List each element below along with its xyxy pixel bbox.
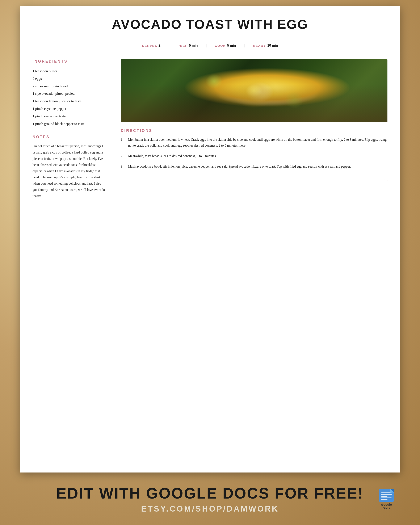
bottom-banner: EDIT WITH GOOGLE DOCS FOR FREE! Etsy.com… (0, 474, 420, 525)
gdocs-line (381, 494, 392, 495)
prep-label: PREP (177, 44, 188, 47)
ingredient-item: 1 pinch sea salt to taste (33, 112, 106, 120)
google-docs-icon: Google Docs (378, 489, 395, 510)
ingredient-item: 2 slices multigrain bread (33, 83, 106, 90)
gdocs-line (381, 497, 392, 498)
serves-label: SERVES (142, 44, 157, 47)
gdocs-paper (379, 489, 394, 502)
left-column: INGREDIENTS 1 teaspoon butter2 eggs2 sli… (33, 59, 112, 464)
ready-stat: READY 10 min (244, 44, 286, 47)
ingredient-item: 1 teaspoon butter (33, 67, 106, 75)
recipe-image (121, 59, 387, 122)
cook-label: COOK (215, 44, 226, 47)
cook-value: 5 min (227, 44, 236, 47)
gdocs-label: Google Docs (378, 503, 395, 510)
ingredient-item: 1 pinch ground black pepper to taste (33, 120, 106, 128)
direction-item: 1.Melt butter in a skillet over medium-l… (121, 137, 387, 149)
ingredient-item: 1 pinch cayenne pepper (33, 105, 106, 112)
notes-title: NOTES (33, 135, 106, 139)
cook-stat: COOK 5 min (206, 44, 244, 47)
gdocs-lines (381, 492, 392, 500)
prep-value: 5 min (189, 44, 198, 47)
banner-sub-text: Etsy.com/shop/DamWork (141, 504, 279, 514)
directions-list: 1.Melt butter in a skillet over medium-l… (121, 137, 387, 169)
recipe-image-container (121, 59, 387, 122)
ingredients-title: INGREDIENTS (33, 59, 106, 64)
serves-stat: SERVES 2 (134, 44, 169, 47)
direction-text: Mash avocado in a bowl; stir in lemon ju… (128, 164, 351, 169)
stats-row: SERVES 2 PREP 5 min COOK 5 min READY 10 … (33, 44, 387, 53)
direction-text: Meanwhile, toast bread slices to desired… (128, 153, 217, 159)
ingredient-item: 2 eggs (33, 75, 106, 83)
notes-section: NOTES I'm not much of a breakfast person… (33, 135, 106, 199)
direction-item: 2.Meanwhile, toast bread slices to desir… (121, 153, 387, 159)
main-content: INGREDIENTS 1 teaspoon butter2 eggs2 sli… (33, 59, 387, 464)
recipe-page: AVOCADO TOAST WITH EGG SERVES 2 PREP 5 m… (20, 6, 400, 472)
directions-title: DIRECTIONS (121, 129, 387, 133)
direction-item: 3.Mash avocado in a bowl; stir in lemon … (121, 164, 387, 169)
banner-main-text: EDIT WITH GOOGLE DOCS FOR FREE! (56, 485, 364, 502)
ingredients-list: 1 teaspoon butter2 eggs2 slices multigra… (33, 67, 106, 127)
direction-number: 1. (121, 137, 125, 149)
gdocs-line-short (381, 496, 387, 497)
ingredients-section: INGREDIENTS 1 teaspoon butter2 eggs2 sli… (33, 59, 106, 127)
page-number: 10 (121, 174, 387, 182)
serves-value: 2 (159, 44, 160, 47)
ingredient-item: 1 ripe avocado, pitted, peeled (33, 90, 106, 97)
ready-value: 10 min (267, 44, 278, 47)
notes-text: I'm not much of a breakfast person, most… (33, 143, 106, 199)
recipe-title: AVOCADO TOAST WITH EGG (33, 17, 387, 38)
direction-number: 3. (121, 164, 125, 169)
ready-label: READY (253, 44, 266, 47)
direction-number: 2. (121, 153, 125, 159)
prep-stat: PREP 5 min (169, 44, 206, 47)
gdocs-line-short (381, 499, 387, 500)
right-column: DIRECTIONS 1.Melt butter in a skillet ov… (112, 59, 387, 464)
directions-section: DIRECTIONS 1.Melt butter in a skillet ov… (121, 129, 387, 169)
gdocs-line (381, 492, 392, 493)
direction-text: Melt butter in a skillet over medium-low… (128, 137, 387, 149)
ingredient-item: 1 teaspoon lemon juice, or to taste (33, 97, 106, 105)
